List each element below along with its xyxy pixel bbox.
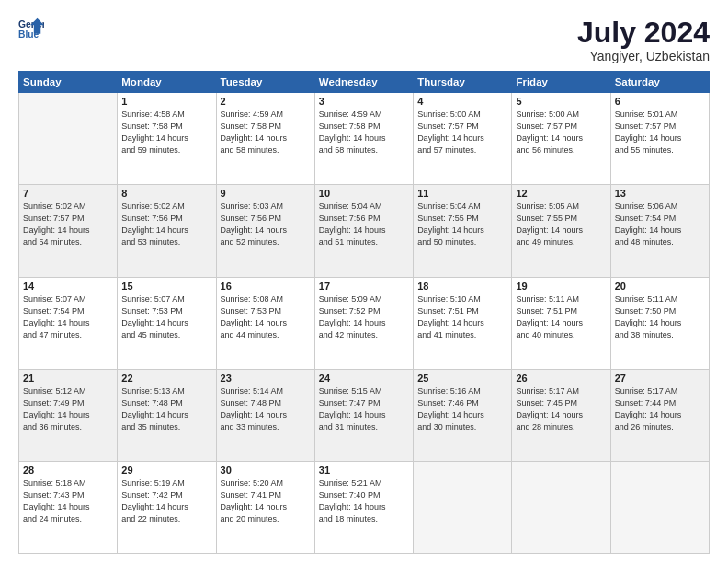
- day-detail: Sunrise: 5:03 AM Sunset: 7:56 PM Dayligh…: [221, 201, 311, 248]
- day-number: 25: [417, 373, 507, 384]
- table-cell: 6Sunrise: 5:01 AM Sunset: 7:57 PM Daylig…: [610, 93, 709, 185]
- table-cell: 7Sunrise: 5:02 AM Sunset: 7:57 PM Daylig…: [19, 185, 118, 277]
- day-detail: Sunrise: 5:04 AM Sunset: 7:56 PM Dayligh…: [319, 201, 409, 248]
- header: General Blue July 2024 Yangiyer, Uzbekis…: [18, 17, 710, 63]
- day-detail: Sunrise: 5:02 AM Sunset: 7:57 PM Dayligh…: [23, 201, 113, 248]
- location-subtitle: Yangiyer, Uzbekistan: [577, 49, 710, 63]
- week-row-4: 21Sunrise: 5:12 AM Sunset: 7:49 PM Dayli…: [19, 369, 710, 461]
- day-number: 31: [319, 465, 409, 476]
- table-cell: 3Sunrise: 4:59 AM Sunset: 7:58 PM Daylig…: [314, 93, 413, 185]
- logo: General Blue: [18, 17, 44, 42]
- day-number: 6: [615, 96, 705, 107]
- day-number: 14: [23, 281, 113, 292]
- day-detail: Sunrise: 5:05 AM Sunset: 7:55 PM Dayligh…: [516, 201, 606, 248]
- table-cell: 5Sunrise: 5:00 AM Sunset: 7:57 PM Daylig…: [512, 93, 610, 185]
- day-number: 29: [121, 465, 211, 476]
- table-cell: 26Sunrise: 5:17 AM Sunset: 7:45 PM Dayli…: [512, 369, 610, 461]
- header-wednesday: Wednesday: [314, 72, 413, 93]
- header-sunday: Sunday: [19, 72, 118, 93]
- day-number: 5: [516, 96, 606, 107]
- day-number: 3: [319, 96, 409, 107]
- table-cell: 20Sunrise: 5:11 AM Sunset: 7:50 PM Dayli…: [610, 277, 709, 369]
- day-number: 21: [23, 373, 113, 384]
- day-detail: Sunrise: 5:16 AM Sunset: 7:46 PM Dayligh…: [417, 385, 507, 433]
- day-number: 18: [417, 281, 507, 292]
- table-cell: 2Sunrise: 4:59 AM Sunset: 7:58 PM Daylig…: [216, 93, 314, 185]
- table-cell: 14Sunrise: 5:07 AM Sunset: 7:54 PM Dayli…: [19, 277, 118, 369]
- day-detail: Sunrise: 5:00 AM Sunset: 7:57 PM Dayligh…: [417, 109, 507, 156]
- week-row-2: 7Sunrise: 5:02 AM Sunset: 7:57 PM Daylig…: [19, 185, 710, 277]
- table-cell: 8Sunrise: 5:02 AM Sunset: 7:56 PM Daylig…: [118, 185, 216, 277]
- table-cell: 30Sunrise: 5:20 AM Sunset: 7:41 PM Dayli…: [216, 461, 314, 553]
- week-row-5: 28Sunrise: 5:18 AM Sunset: 7:43 PM Dayli…: [19, 461, 710, 553]
- table-cell: [512, 461, 610, 553]
- table-cell: [19, 93, 118, 185]
- table-cell: 23Sunrise: 5:14 AM Sunset: 7:48 PM Dayli…: [216, 369, 314, 461]
- day-detail: Sunrise: 5:08 AM Sunset: 7:53 PM Dayligh…: [221, 293, 311, 341]
- day-detail: Sunrise: 5:13 AM Sunset: 7:48 PM Dayligh…: [121, 385, 211, 433]
- table-cell: 15Sunrise: 5:07 AM Sunset: 7:53 PM Dayli…: [118, 277, 216, 369]
- day-detail: Sunrise: 5:14 AM Sunset: 7:48 PM Dayligh…: [221, 385, 311, 433]
- table-cell: 9Sunrise: 5:03 AM Sunset: 7:56 PM Daylig…: [216, 185, 314, 277]
- day-number: 17: [319, 281, 409, 292]
- day-detail: Sunrise: 5:18 AM Sunset: 7:43 PM Dayligh…: [23, 477, 113, 525]
- table-cell: 19Sunrise: 5:11 AM Sunset: 7:51 PM Dayli…: [512, 277, 610, 369]
- day-detail: Sunrise: 5:04 AM Sunset: 7:55 PM Dayligh…: [417, 201, 507, 248]
- table-cell: 31Sunrise: 5:21 AM Sunset: 7:40 PM Dayli…: [314, 461, 413, 553]
- day-detail: Sunrise: 5:11 AM Sunset: 7:51 PM Dayligh…: [516, 293, 606, 341]
- table-cell: 17Sunrise: 5:09 AM Sunset: 7:52 PM Dayli…: [314, 277, 413, 369]
- day-number: 8: [121, 188, 211, 199]
- table-cell: 10Sunrise: 5:04 AM Sunset: 7:56 PM Dayli…: [314, 185, 413, 277]
- day-number: 30: [221, 465, 311, 476]
- day-number: 13: [615, 188, 705, 199]
- day-detail: Sunrise: 5:09 AM Sunset: 7:52 PM Dayligh…: [319, 293, 409, 341]
- table-cell: 24Sunrise: 5:15 AM Sunset: 7:47 PM Dayli…: [314, 369, 413, 461]
- header-thursday: Thursday: [414, 72, 512, 93]
- day-detail: Sunrise: 5:21 AM Sunset: 7:40 PM Dayligh…: [319, 477, 409, 525]
- table-cell: 13Sunrise: 5:06 AM Sunset: 7:54 PM Dayli…: [610, 185, 709, 277]
- day-detail: Sunrise: 5:07 AM Sunset: 7:53 PM Dayligh…: [121, 293, 211, 341]
- day-detail: Sunrise: 5:01 AM Sunset: 7:57 PM Dayligh…: [615, 109, 705, 156]
- day-number: 4: [417, 96, 507, 107]
- day-number: 2: [221, 96, 311, 107]
- day-number: 23: [221, 373, 311, 384]
- day-number: 19: [516, 281, 606, 292]
- table-cell: [610, 461, 709, 553]
- day-detail: Sunrise: 5:19 AM Sunset: 7:42 PM Dayligh…: [121, 477, 211, 525]
- day-number: 20: [615, 281, 705, 292]
- day-detail: Sunrise: 5:12 AM Sunset: 7:49 PM Dayligh…: [23, 385, 113, 433]
- day-number: 16: [221, 281, 311, 292]
- day-number: 26: [516, 373, 606, 384]
- header-monday: Monday: [118, 72, 216, 93]
- day-detail: Sunrise: 5:02 AM Sunset: 7:56 PM Dayligh…: [121, 201, 211, 248]
- table-cell: 27Sunrise: 5:17 AM Sunset: 7:44 PM Dayli…: [610, 369, 709, 461]
- table-cell: 16Sunrise: 5:08 AM Sunset: 7:53 PM Dayli…: [216, 277, 314, 369]
- day-detail: Sunrise: 5:11 AM Sunset: 7:50 PM Dayligh…: [615, 293, 705, 341]
- header-friday: Friday: [512, 72, 610, 93]
- table-cell: [414, 461, 512, 553]
- day-detail: Sunrise: 5:20 AM Sunset: 7:41 PM Dayligh…: [221, 477, 311, 525]
- table-cell: 4Sunrise: 5:00 AM Sunset: 7:57 PM Daylig…: [414, 93, 512, 185]
- day-detail: Sunrise: 5:00 AM Sunset: 7:57 PM Dayligh…: [516, 109, 606, 156]
- month-year-title: July 2024: [577, 17, 710, 49]
- header-saturday: Saturday: [610, 72, 709, 93]
- day-number: 15: [121, 281, 211, 292]
- table-cell: 18Sunrise: 5:10 AM Sunset: 7:51 PM Dayli…: [414, 277, 512, 369]
- day-detail: Sunrise: 4:59 AM Sunset: 7:58 PM Dayligh…: [319, 109, 409, 156]
- table-cell: 29Sunrise: 5:19 AM Sunset: 7:42 PM Dayli…: [118, 461, 216, 553]
- day-detail: Sunrise: 5:06 AM Sunset: 7:54 PM Dayligh…: [615, 201, 705, 248]
- day-detail: Sunrise: 4:59 AM Sunset: 7:58 PM Dayligh…: [221, 109, 311, 156]
- table-cell: 1Sunrise: 4:58 AM Sunset: 7:58 PM Daylig…: [118, 93, 216, 185]
- day-number: 1: [121, 96, 211, 107]
- day-number: 7: [23, 188, 113, 199]
- day-detail: Sunrise: 5:10 AM Sunset: 7:51 PM Dayligh…: [417, 293, 507, 341]
- table-cell: 28Sunrise: 5:18 AM Sunset: 7:43 PM Dayli…: [19, 461, 118, 553]
- week-row-1: 1Sunrise: 4:58 AM Sunset: 7:58 PM Daylig…: [19, 93, 710, 185]
- header-row: Sunday Monday Tuesday Wednesday Thursday…: [19, 72, 710, 93]
- logo-icon: General Blue: [18, 17, 44, 42]
- day-number: 12: [516, 188, 606, 199]
- calendar-table: Sunday Monday Tuesday Wednesday Thursday…: [18, 71, 710, 554]
- header-tuesday: Tuesday: [216, 72, 314, 93]
- day-number: 10: [319, 188, 409, 199]
- table-cell: 22Sunrise: 5:13 AM Sunset: 7:48 PM Dayli…: [118, 369, 216, 461]
